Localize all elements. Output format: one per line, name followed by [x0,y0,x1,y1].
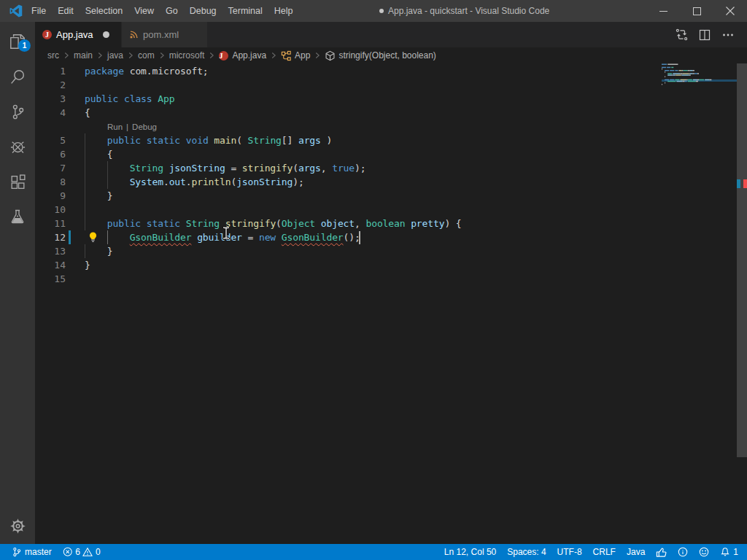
activity-search[interactable] [0,59,35,94]
eol-item[interactable]: CRLF [587,544,621,560]
problems-item[interactable]: 6 0 [57,544,108,560]
chevron-right-icon [95,50,105,61]
status-bar: master 6 0 Ln 12, Col 50 Spaces: 4 UTF-8 [0,544,747,560]
warning-count: 0 [96,547,101,557]
tab-label: App.java [56,29,93,40]
code-line-9[interactable]: } [35,189,697,203]
menu-go[interactable]: Go [160,0,184,22]
menu-view[interactable]: View [128,0,160,22]
extensions-icon [9,173,27,191]
java-file-icon: J [42,30,52,39]
minimap[interactable] [662,63,737,107]
codelens-separator: | [126,122,128,131]
chevron-right-icon [125,50,136,61]
activity-extensions[interactable] [0,164,35,199]
chevron-right-icon [268,50,279,61]
notification-count: 1 [733,547,738,557]
indentation-item[interactable]: Spaces: 4 [502,544,551,560]
java-status-item[interactable] [651,544,673,560]
code-line-5[interactable]: public static void main( String[] args ) [35,133,697,147]
encoding-item[interactable]: UTF-8 [551,544,587,560]
indent-guide [85,244,85,258]
gear-icon [9,517,27,535]
code-line-7[interactable]: String jsonString = stringify(args, true… [35,161,697,175]
language-mode-item[interactable]: Java [621,544,650,560]
info-icon [678,547,688,557]
breadcrumbs: src main java com microsoft J App.java [35,47,747,63]
status-left: master 6 0 [0,544,108,560]
menu-terminal[interactable]: Terminal [222,0,268,22]
breadcrumb-microsoft[interactable]: microsoft [169,50,205,61]
activity-settings[interactable] [0,508,35,543]
breadcrumb-src[interactable]: src [47,50,59,61]
breadcrumb-method-stringify[interactable]: stringify(Object, boolean) [325,50,436,61]
scrollbar-slider[interactable] [737,63,747,457]
info-item[interactable] [673,544,694,560]
activity-test[interactable] [0,199,35,234]
maximize-button[interactable] [680,0,713,22]
menu-help[interactable]: Help [268,0,299,22]
menu-edit[interactable]: Edit [52,0,80,22]
tab-label: pom.xml [143,29,179,40]
menu-selection[interactable]: Selection [80,0,128,22]
menu-debug[interactable]: Debug [184,0,222,22]
status-right: Ln 12, Col 50 Spaces: 4 UTF-8 CRLF Java [438,544,747,560]
code-line-10[interactable] [35,203,697,217]
git-branch-item[interactable]: master [0,544,57,560]
warnings-icon [82,547,93,557]
breadcrumb-class-app[interactable]: App [281,50,310,61]
lightbulb-icon[interactable] [88,231,98,244]
chevron-right-icon [157,50,167,61]
activity-explorer[interactable]: 1 [0,24,35,59]
open-changes-button[interactable] [670,22,693,47]
breadcrumb-main[interactable]: main [74,50,93,61]
minimize-button[interactable] [646,0,680,22]
vertical-scrollbar[interactable] [737,63,747,544]
breadcrumb-app-java[interactable]: J App.java [219,50,266,61]
codelens-run-debug[interactable]: Run|Debug [107,120,472,133]
code-editor[interactable]: 123456789101112131415 package com.micros… [35,63,747,544]
open-changes-icon [676,28,688,41]
code-line-4[interactable]: { [35,106,697,120]
more-actions-button[interactable] [716,22,740,47]
code-line-8[interactable]: System.out.println(jsonString); [35,175,697,189]
menu-file[interactable]: File [26,0,52,22]
branch-name: master [25,547,52,557]
activity-source-control[interactable] [0,94,35,129]
explorer-badge: 1 [18,39,31,52]
split-editor-icon [699,29,711,41]
code-line-11[interactable]: public static String stringify(Object ob… [35,217,697,230]
minimap-code [662,63,737,96]
code-line-14[interactable]: } [35,258,697,272]
code-line-13[interactable]: } [35,244,697,258]
close-button[interactable] [713,0,747,22]
breadcrumb-java[interactable]: java [107,50,123,61]
breadcrumb-com[interactable]: com [138,50,155,61]
code-line-1[interactable]: package com.microsoft; [35,64,697,78]
tab-pom-xml[interactable]: pom.xml [122,22,208,47]
codelens-run[interactable]: Run [107,122,123,131]
code-line-15[interactable] [35,272,697,286]
split-editor-button[interactable] [693,22,716,47]
overview-modified-marker [737,179,740,188]
activity-debug[interactable] [0,129,35,164]
bell-icon [720,547,730,557]
debug-icon [9,138,27,156]
minimize-icon [659,7,667,15]
vscode-window: File Edit Selection View Go Debug Termin… [0,0,747,560]
tab-modified-dot[interactable] [103,31,109,38]
cursor-position-item[interactable]: Ln 12, Col 50 [438,544,501,560]
tab-app-java[interactable]: J App.java [35,22,122,47]
code-line-6[interactable]: { [35,147,697,161]
title-dirty-dot [379,9,384,13]
codelens-debug[interactable]: Debug [132,122,157,131]
code-line-3[interactable]: public class App [35,92,697,106]
overview-error-marker [743,179,747,188]
code-line-12[interactable]: GsonBuilder gbuilder = new GsonBuilder()… [35,230,697,244]
chevron-right-icon [312,50,322,61]
feedback-item[interactable] [694,544,715,560]
code-line-2[interactable] [35,78,697,92]
java-file-icon: J [219,51,228,61]
notifications-item[interactable]: 1 [715,544,740,560]
mouse-ibeam-cursor [222,226,231,240]
